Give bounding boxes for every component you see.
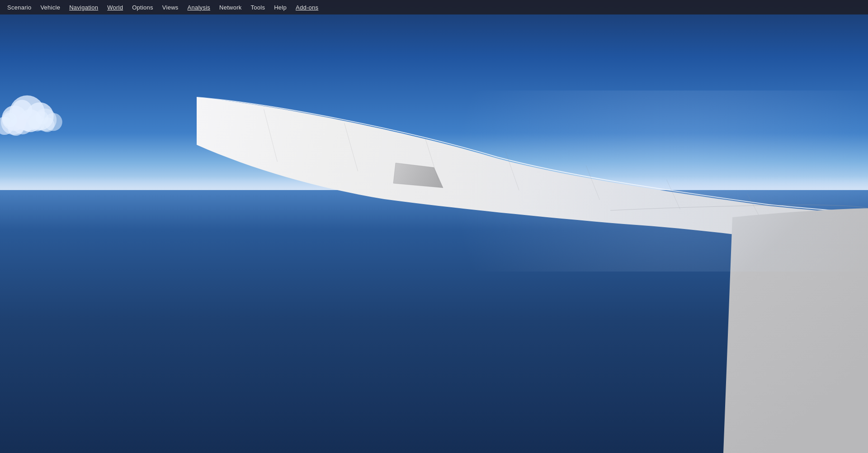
menu-item-add-ons[interactable]: Add-ons — [291, 2, 323, 13]
menu-item-navigation[interactable]: Navigation — [65, 2, 103, 13]
menu-item-options[interactable]: Options — [127, 2, 158, 13]
app: ScenarioVehicleNavigationWorldOptionsVie… — [0, 0, 868, 453]
menu-item-vehicle[interactable]: Vehicle — [36, 2, 65, 13]
menu-item-help[interactable]: Help — [269, 2, 291, 13]
menubar: ScenarioVehicleNavigationWorldOptionsVie… — [0, 0, 868, 14]
menu-item-network[interactable]: Network — [215, 2, 246, 13]
menu-item-tools[interactable]: Tools — [246, 2, 270, 13]
menu-item-analysis[interactable]: Analysis — [183, 2, 215, 13]
menu-item-scenario[interactable]: Scenario — [3, 2, 36, 13]
menu-item-world[interactable]: World — [103, 2, 127, 13]
menu-item-views[interactable]: Views — [158, 2, 183, 13]
flight-scene — [0, 0, 868, 453]
